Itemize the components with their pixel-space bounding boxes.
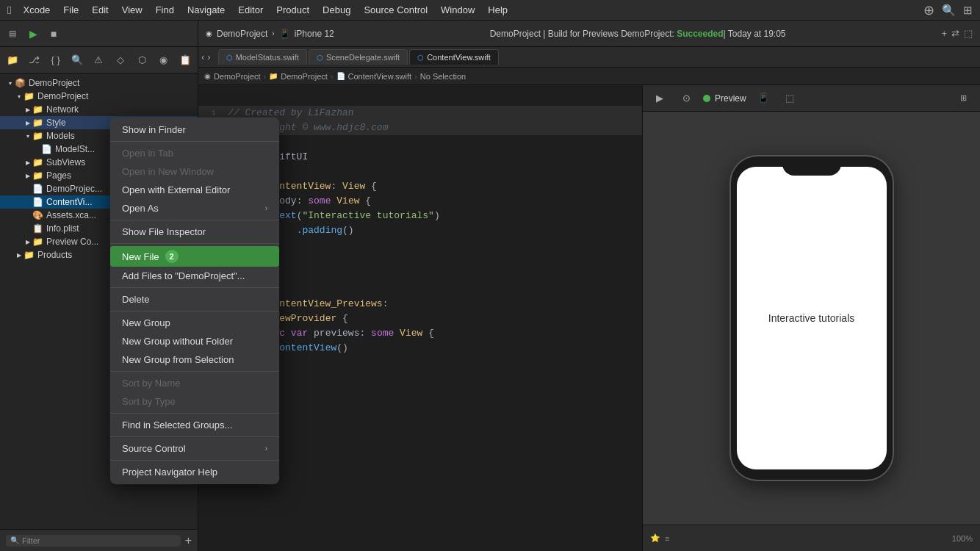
preview-canvas: Interactive tutorials	[643, 112, 980, 525]
ctx-show-file-inspector[interactable]: Show File Inspector	[110, 223, 279, 241]
menu-debug[interactable]: Debug	[317, 3, 356, 17]
nav-buttons: ‹ ›	[201, 51, 211, 62]
phone-screen: Interactive tutorials	[737, 167, 887, 469]
ctx-delete[interactable]: Delete	[110, 290, 279, 309]
ctx-sep-1	[110, 141, 279, 142]
nav-next-btn[interactable]: ›	[207, 51, 210, 62]
filter-icon: 🔍	[10, 536, 19, 544]
search-sidebar-icon[interactable]: 🔍	[68, 50, 86, 71]
preview-play-btn[interactable]: ▶	[650, 89, 669, 108]
live-dot	[703, 95, 710, 102]
preview-toolbar: ▶ ⊙ Preview 📱 ⬚ ⊞	[643, 85, 980, 112]
ctx-find-in-selected-groups[interactable]: Find in Selected Groups...	[110, 416, 279, 434]
ctx-source-control[interactable]: Source Control › Commit... Discard Chang…	[110, 439, 279, 458]
chevron-icon: ›	[272, 29, 274, 37]
ctx-show-in-finder[interactable]: Show in Finder	[110, 120, 279, 139]
source-control-icon[interactable]: ⎇	[24, 50, 43, 71]
ctx-sep-8	[110, 436, 279, 437]
ctx-sep-4	[110, 287, 279, 288]
menu-help[interactable]: Help	[482, 3, 514, 17]
ctx-new-group-from-selection[interactable]: New Group from Selection	[110, 350, 279, 369]
device-icon: 📱	[279, 29, 290, 39]
phone-frame: Interactive tutorials	[731, 156, 893, 480]
sidebar-bottom: 🔍 Filter +	[0, 529, 198, 551]
layout-btn[interactable]: ⬚	[964, 28, 973, 39]
scheme-icon: ◉	[206, 29, 212, 37]
filter-icon-preview: ≡	[665, 534, 669, 543]
breadcrumb-label2[interactable]: DemoProject	[281, 72, 328, 81]
editor-split: 1 // Created by LiFazhan 2 // Copyright …	[198, 85, 980, 551]
breakpoint-icon[interactable]: ◉	[154, 50, 173, 71]
folder-icon[interactable]: 📁	[3, 50, 21, 71]
swift-file-icon2: ⬡	[317, 54, 323, 62]
symbol-icon[interactable]: { }	[46, 50, 65, 71]
menu-editor[interactable]: Editor	[232, 3, 269, 17]
preview-device-btn[interactable]: 📱	[754, 89, 773, 108]
ctx-open-with-external[interactable]: Open with External Editor	[110, 181, 279, 199]
scheme-label: DemoProject	[217, 29, 267, 39]
ctx-sort-by-name: Sort by Name	[110, 374, 279, 392]
ctx-add-files[interactable]: Add Files to "DemoProject"...	[110, 267, 279, 285]
filter-box[interactable]: 🔍 Filter	[6, 535, 181, 547]
menu-source-control[interactable]: Source Control	[358, 3, 433, 17]
menu-find[interactable]: Find	[150, 3, 180, 17]
sidebar-toggle-btn[interactable]: ▤	[4, 26, 21, 42]
tree-item-demoproject[interactable]: ▾ 📁 DemoProject	[0, 90, 198, 103]
ctx-project-navigator-help[interactable]: Project Navigator Help	[110, 463, 279, 481]
ctx-sort-by-type: Sort by Type	[110, 392, 279, 411]
tree-item-demoprojectroot[interactable]: ▾ 📦 DemoProject	[0, 76, 198, 90]
search-icon: 🔍	[942, 4, 956, 17]
sidebar-toolbar: ▤ ▶ ■	[0, 21, 198, 47]
menu-xcode[interactable]: Xcode	[17, 3, 56, 17]
star-icon: ⭐	[650, 533, 660, 543]
ctx-open-as[interactable]: Open As › Default	[110, 199, 279, 217]
filter-placeholder: Filter	[22, 536, 40, 545]
folder-icon-breadcrumb: 📁	[269, 72, 278, 80]
menu-navigate[interactable]: Navigate	[181, 3, 231, 17]
report-icon[interactable]: 📋	[176, 50, 195, 71]
tab-contentview[interactable]: ⬡ ContentView.swift	[409, 49, 499, 65]
tree-item-network[interactable]: ▶ 📁 Network	[0, 103, 198, 116]
add-btn[interactable]: +	[185, 534, 192, 547]
menu-product[interactable]: Product	[270, 3, 315, 17]
preview-panel: ▶ ⊙ Preview 📱 ⬚ ⊞ Interactive tu	[642, 85, 980, 551]
ctx-new-group-without-folder[interactable]: New Group without Folder	[110, 332, 279, 350]
preview-inspect2-btn[interactable]: ⊞	[954, 89, 973, 108]
debug-icon[interactable]: ⬡	[133, 50, 151, 71]
ctx-new-file[interactable]: New File 2	[110, 246, 279, 267]
ctx-open-in-tab: Open in Tab	[110, 144, 279, 162]
device-label: iPhone 12	[295, 29, 334, 39]
menu-file[interactable]: File	[57, 3, 84, 17]
ctx-open-in-new-window: Open in New Window	[110, 162, 279, 181]
device-selector[interactable]: ◉ DemoProject › 📱 iPhone 12	[206, 29, 334, 39]
menu-edit[interactable]: Edit	[86, 3, 114, 17]
menu-window[interactable]: Window	[435, 3, 480, 17]
breadcrumb: ◉ DemoProject › 📁 DemoProject › 📄 Conten…	[198, 68, 980, 85]
ctx-sep-9	[110, 460, 279, 461]
breadcrumb-label3[interactable]: ContentView.swift	[348, 72, 412, 81]
run-btn[interactable]: ▶	[25, 26, 41, 42]
sep2: ›	[331, 72, 334, 81]
tab-scenedelegate[interactable]: ⬡ SceneDelegate.swift	[309, 49, 408, 65]
breadcrumb-nav-btn[interactable]: ⇄	[951, 28, 959, 39]
menubar:  Xcode File Edit View Find Navigate Edi…	[0, 0, 980, 21]
add-editor-btn[interactable]: +	[941, 28, 947, 39]
ctx-new-group[interactable]: New Group	[110, 314, 279, 332]
wifi-icon: ⊕	[923, 2, 934, 18]
new-file-badge: 2	[165, 250, 179, 263]
ctx-sep-6	[110, 371, 279, 372]
phone-notch	[782, 156, 841, 176]
menu-view[interactable]: View	[116, 3, 148, 17]
warning-icon[interactable]: ⚠	[90, 50, 108, 71]
sep3: ›	[414, 72, 417, 81]
ctx-sep-2	[110, 220, 279, 220]
preview-inspect-btn[interactable]: ⊙	[677, 89, 696, 108]
nav-prev-btn[interactable]: ‹	[201, 51, 204, 62]
stop-btn[interactable]: ■	[46, 26, 62, 42]
preview-duplicate-btn[interactable]: ⬚	[780, 89, 799, 108]
test-icon[interactable]: ◇	[111, 50, 129, 71]
breadcrumb-label4[interactable]: No Selection	[420, 72, 466, 81]
breadcrumb-label1[interactable]: DemoProject	[214, 72, 261, 81]
ctx-sep-3	[110, 243, 279, 244]
tab-modelstatus[interactable]: ⬡ ModelStatus.swift	[218, 49, 307, 65]
